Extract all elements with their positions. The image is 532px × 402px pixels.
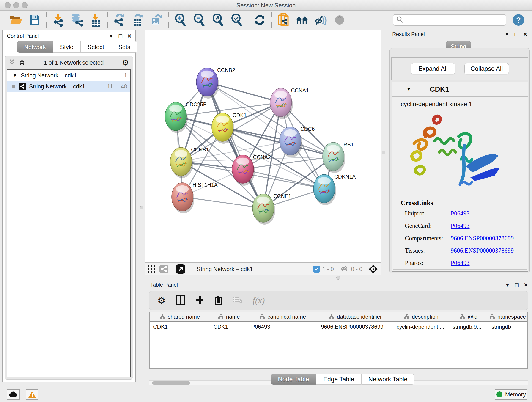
column-header[interactable]: database identifier [318,312,393,321]
table-settings-gear-icon[interactable]: ⚙ [157,295,166,306]
network-node-ccnb2[interactable]: CCNB2 [196,67,235,99]
network-node-ccne1[interactable]: CCNE1 [253,193,291,225]
network-node-ccna1[interactable]: CCNA1 [270,88,309,119]
show-columns-icon[interactable] [176,295,185,306]
network-node-cdc6[interactable]: CDC6 [279,126,315,157]
column-header[interactable]: canonical name [248,312,318,321]
column-header[interactable]: name [210,312,248,321]
tab-style[interactable]: Style [53,41,80,53]
node-label: HIST1H1A [192,182,218,188]
cloud-button[interactable] [7,389,20,400]
left-splitter-handle[interactable] [140,206,143,210]
zoom-in-icon[interactable] [174,13,186,26]
export-image-icon[interactable] [150,13,163,26]
save-session-icon[interactable] [28,13,41,26]
eye-icon[interactable] [333,13,346,26]
crosslink-compartments[interactable]: 9606.ENSP00000378699 [451,235,514,242]
scrollbar-thumb[interactable] [152,381,190,385]
home-icon[interactable] [296,13,308,26]
window-title: Session: New Session [0,2,532,9]
control-panel: Control Panel ▼ □ ✕ Network Style Select… [2,30,136,382]
panel-close-icon[interactable]: ✕ [127,33,132,39]
import-network-database-icon[interactable] [70,13,83,26]
network-edge[interactable] [222,127,333,157]
delete-column-icon[interactable] [214,295,222,306]
network-label: String Network – cdk1 [29,83,85,90]
copy-style-icon[interactable] [277,13,290,26]
create-column-icon[interactable] [195,295,204,306]
results-close-icon[interactable]: ✕ [523,32,527,37]
search-box[interactable] [393,14,506,26]
right-splitter-handle[interactable] [382,151,385,154]
crosslink-uniprot[interactable]: P06493 [451,210,470,217]
birds-eye-grid-icon[interactable] [146,263,157,275]
zoom-fit-icon[interactable] [211,13,224,26]
node-label: CDK1 [233,112,247,118]
protein-structure-image [407,109,503,191]
results-menu-icon[interactable]: ▼ [505,32,510,37]
network-canvas[interactable]: CCNB2CCNA1CDC25BCDK1CDC6RB1CCNB1CCNA2CDK… [145,30,381,263]
column-header[interactable]: namespace [488,312,527,321]
crosslink-genecard[interactable]: P06493 [451,222,470,230]
results-panel: Results Panel ▼ □ ✕ String Expand All Co… [389,30,530,275]
panel-float-icon[interactable]: □ [119,32,122,40]
gene-name: CDK1 [430,85,449,94]
table-toolbar: ⚙ [149,291,528,310]
hidden-eye-icon[interactable] [341,265,349,274]
network-node-ccnb1[interactable]: CCNB1 [170,147,209,178]
export-network-icon[interactable] [113,13,126,26]
selected-node-edge-counts: 1 - 0 [322,266,334,273]
import-network-file-icon[interactable] [52,13,65,26]
collection-count: 1 [124,72,127,79]
expand-all-button[interactable]: Expand All [411,63,455,74]
memory-button[interactable]: Memory [495,389,527,400]
warning-button[interactable] [26,389,38,400]
network-node-rb1[interactable]: RB1 [323,142,354,173]
network-view-toolbar: String Network – cdk1 1 - 0 0 - 0 [145,263,381,275]
selected-checkbox-icon[interactable] [313,266,320,273]
help-button[interactable]: ? [513,14,524,26]
table-menu-icon[interactable]: ▼ [505,282,510,288]
birdseye-toggle-icon[interactable] [366,263,380,275]
gene-expander-icon[interactable]: ▼ [406,87,411,92]
column-header[interactable]: description [393,312,450,321]
column-header[interactable]: @id [449,312,488,321]
collapse-all-button[interactable]: Collapse All [464,63,509,74]
zoom-selected-icon[interactable] [230,13,243,26]
collection-label: String Network – cdk1 [21,72,77,79]
column-header[interactable]: shared name [150,312,210,321]
network-edge[interactable] [182,197,263,208]
network-options-gear-icon[interactable]: ⚙ [122,58,129,67]
network-collection-row[interactable]: ▼ String Network – cdk1 1 [7,70,130,81]
search-input[interactable] [403,17,500,23]
tab-network-table[interactable]: Network Table [361,374,415,385]
tab-select[interactable]: Select [80,41,111,53]
crosslink-pharos[interactable]: P06493 [451,259,470,267]
open-session-icon[interactable] [10,13,22,26]
collection-expander-icon[interactable]: ▼ [13,73,17,78]
network-row[interactable]: String Network – cdk1 11 48 [7,81,130,92]
open-in-new-window-icon[interactable] [171,263,191,275]
table-float-icon[interactable]: □ [515,281,519,288]
network-node-cdkn1a[interactable]: CDKN1A [313,174,356,205]
crosslink-tissues[interactable]: 9606.ENSP00000378699 [451,247,514,254]
tab-edge-table[interactable]: Edge Table [316,374,361,385]
tab-sets[interactable]: Sets [111,41,137,53]
tab-node-table[interactable]: Node Table [271,374,316,385]
results-float-icon[interactable]: □ [515,31,518,38]
zoom-out-icon[interactable] [192,13,205,26]
expand-all-networks-icon[interactable] [19,59,25,66]
panel-menu-icon[interactable]: ▼ [109,33,114,39]
collapse-all-networks-icon[interactable] [8,59,15,66]
node-label: RB1 [343,142,354,148]
network-node-hist1h1a[interactable]: HIST1H1A [172,182,218,213]
table-row[interactable]: CDK1 CDK1 P06493 9606.ENSP00000378699 cy… [150,322,527,332]
network-share-icon[interactable] [157,263,170,275]
export-table-icon[interactable] [132,13,144,26]
table-close-icon[interactable]: ✕ [524,282,528,288]
refresh-icon[interactable] [253,13,266,26]
show-hide-panels-icon[interactable] [314,13,327,26]
tab-network[interactable]: Network [17,41,53,53]
import-table-icon[interactable] [89,13,102,26]
table-tabs: Node Table Edge Table Network Table [271,374,414,385]
